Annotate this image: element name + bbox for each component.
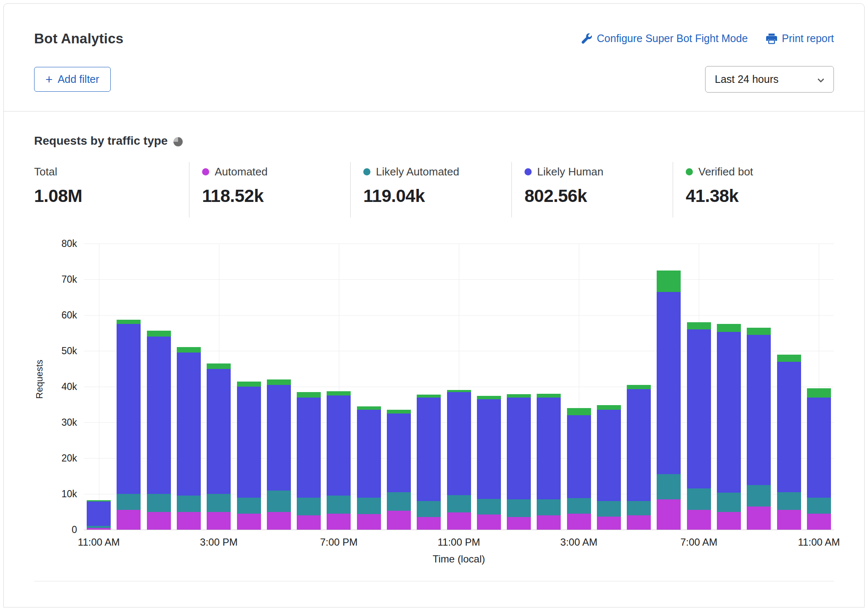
- bar[interactable]: [654, 244, 684, 530]
- stat-verified-bot[interactable]: Verified bot 41.38k: [673, 162, 834, 217]
- y-tick-label: 10k: [61, 488, 77, 500]
- bar-segment-verified-bot: [597, 405, 621, 410]
- likely-human-dot-icon: [525, 168, 532, 175]
- bar-segment-likely-automated: [657, 474, 681, 499]
- x-tick-label: 3:00 PM: [200, 536, 237, 548]
- bar-segment-automated: [207, 512, 231, 530]
- bar[interactable]: [234, 244, 264, 530]
- bar[interactable]: [204, 244, 234, 530]
- bar-segment-likely-automated: [597, 501, 621, 517]
- stat-likely-human[interactable]: Likely Human 802.56k: [511, 162, 673, 217]
- bar-segment-automated: [477, 515, 501, 530]
- stat-total-label: Total: [34, 165, 57, 178]
- bar[interactable]: [84, 244, 114, 530]
- bar[interactable]: [684, 244, 714, 530]
- y-tick-label: 30k: [61, 417, 77, 428]
- configure-link-label: Configure Super Bot Fight Mode: [597, 32, 748, 45]
- content: Requests by traffic type Total 1.08M Aut…: [4, 111, 864, 581]
- bar-segment-likely-human: [537, 398, 561, 499]
- bar[interactable]: [264, 244, 294, 530]
- bar-segment-verified-bot: [507, 394, 531, 398]
- bar-segment-likely-automated: [387, 492, 411, 511]
- bar-segment-likely-automated: [417, 501, 441, 517]
- bar-segment-automated: [717, 512, 741, 530]
- page-title: Bot Analytics: [34, 31, 123, 47]
- bar-segment-likely-automated: [717, 493, 741, 512]
- time-range-select[interactable]: Last 24 hours: [705, 66, 834, 93]
- bar-segment-likely-automated: [297, 498, 321, 516]
- bar[interactable]: [444, 244, 474, 530]
- bar-segment-likely-automated: [207, 494, 231, 512]
- bar-segment-automated: [657, 499, 681, 530]
- bar-segment-likely-automated: [807, 498, 831, 514]
- bar-segment-likely-human: [477, 399, 501, 499]
- bar-segment-verified-bot: [807, 388, 831, 397]
- print-report-link[interactable]: Print report: [766, 32, 834, 45]
- bot-analytics-card: Bot Analytics Configure Super Bot Fight …: [3, 3, 865, 607]
- configure-super-bot-fight-mode-link[interactable]: Configure Super Bot Fight Mode: [581, 32, 748, 45]
- bar-segment-automated: [267, 512, 291, 530]
- wrench-icon: [581, 33, 592, 44]
- bar-segment-likely-human: [597, 410, 621, 501]
- bar[interactable]: [324, 244, 354, 530]
- x-axis-labels: 11:00 AM3:00 PM7:00 PM11:00 PM3:00 AM7:0…: [84, 530, 834, 552]
- stat-likely-automated-label: Likely Automated: [376, 165, 459, 178]
- bar-segment-verified-bot: [357, 406, 381, 410]
- bar-segment-verified-bot: [657, 271, 681, 292]
- bar-segment-verified-bot: [237, 382, 261, 387]
- stat-verified-bot-label: Verified bot: [698, 165, 753, 178]
- bar[interactable]: [354, 244, 384, 530]
- bar[interactable]: [804, 244, 834, 530]
- requests-chart: Requests 010k20k30k40k50k60k70k80k 11:00…: [34, 244, 834, 565]
- stat-total[interactable]: Total 1.08M: [34, 162, 189, 217]
- stat-likely-automated[interactable]: Likely Automated 119.04k: [350, 162, 511, 217]
- bar-segment-verified-bot: [687, 322, 711, 329]
- verified-bot-dot-icon: [686, 168, 693, 175]
- y-tick-label: 40k: [61, 381, 77, 393]
- bar-segment-automated: [687, 510, 711, 530]
- time-range-value: Last 24 hours: [715, 73, 779, 85]
- bar[interactable]: [414, 244, 444, 530]
- bar[interactable]: [564, 244, 594, 530]
- plot-area: 010k20k30k40k50k60k70k80k: [84, 244, 834, 530]
- stat-automated[interactable]: Automated 118.52k: [189, 162, 350, 217]
- bar-segment-verified-bot: [147, 331, 171, 337]
- bar[interactable]: [114, 244, 144, 530]
- bar[interactable]: [624, 244, 654, 530]
- x-tick-label: 11:00 AM: [78, 536, 120, 548]
- bar[interactable]: [294, 244, 324, 530]
- bar[interactable]: [144, 244, 174, 530]
- section-title: Requests by traffic type: [34, 134, 168, 148]
- add-filter-label: Add filter: [58, 73, 99, 85]
- bar-segment-verified-bot: [297, 392, 321, 398]
- bar-segment-verified-bot: [177, 347, 201, 353]
- bar-segment-verified-bot: [747, 328, 771, 335]
- bar[interactable]: [474, 244, 504, 530]
- stat-automated-value: 118.52k: [202, 186, 338, 206]
- printer-icon: [766, 33, 777, 44]
- bar[interactable]: [744, 244, 774, 530]
- bar-segment-likely-automated: [507, 499, 531, 517]
- pie-chart-icon: [173, 137, 183, 146]
- traffic-type-legend: Total 1.08M Automated 118.52k Likely Aut…: [34, 162, 834, 217]
- bar[interactable]: [714, 244, 744, 530]
- bar[interactable]: [534, 244, 564, 530]
- bar[interactable]: [504, 244, 534, 530]
- bar-segment-likely-automated: [357, 498, 381, 515]
- stat-total-value: 1.08M: [34, 186, 176, 206]
- bar[interactable]: [174, 244, 204, 530]
- bar-segment-likely-human: [147, 337, 171, 494]
- y-tick-label: 20k: [61, 453, 77, 464]
- add-filter-button[interactable]: + Add filter: [34, 67, 111, 92]
- print-link-label: Print report: [782, 32, 834, 45]
- x-tick-label: 11:00 PM: [438, 536, 480, 548]
- bar[interactable]: [774, 244, 804, 530]
- bar-segment-automated: [297, 515, 321, 530]
- bar-segment-verified-bot: [417, 395, 441, 398]
- bar[interactable]: [384, 244, 414, 530]
- bar[interactable]: [594, 244, 624, 530]
- bar-segment-likely-human: [687, 329, 711, 488]
- y-axis-title: Requests: [34, 360, 48, 399]
- bar-segment-automated: [567, 514, 591, 530]
- bar-segment-likely-automated: [177, 496, 201, 512]
